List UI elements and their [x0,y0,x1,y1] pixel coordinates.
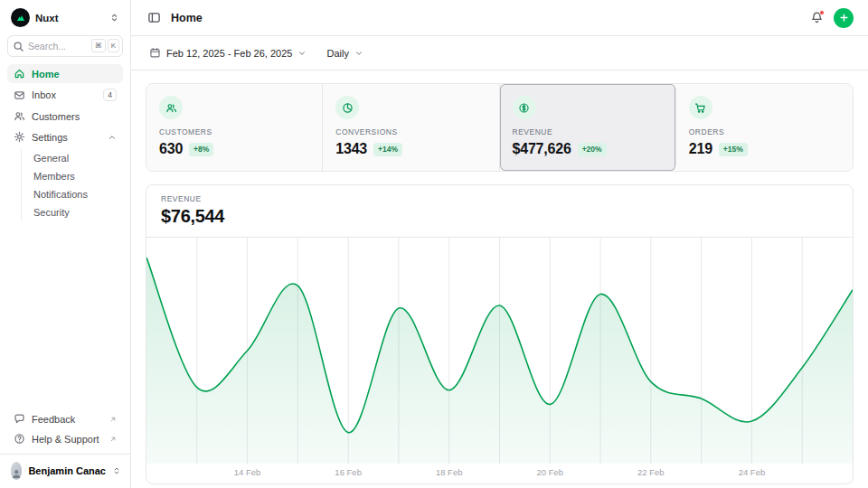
stat-delta-badge: +14% [373,143,402,156]
stat-label: REVENUE [513,127,663,136]
sidebar: Nuxt ⌘ K Home [0,0,131,488]
x-axis-label: 14 Feb [234,467,261,477]
external-link-icon [109,436,117,443]
sidebar-item-members[interactable]: Members [26,167,123,184]
stat-label: ORDERS [689,127,840,136]
sidebar-item-general[interactable]: General [26,149,123,166]
stats-row: CUSTOMERS 630 +8% CONVERSIONS 1343 +14% [146,83,854,172]
sidebar-item-notifications[interactable]: Notifications [26,185,123,202]
stat-value: $477,626 [513,141,571,157]
filter-toolbar: Feb 12, 2025 - Feb 26, 2025 Daily [131,36,868,70]
stat-value: 219 [689,141,712,157]
chart-header: REVENUE $76,544 [146,185,853,238]
gear-icon [14,131,25,143]
x-axis-labels: 14 Feb16 Feb18 Feb20 Feb22 Feb24 Feb [146,464,853,482]
stat-label: CUSTOMERS [159,127,309,136]
sidebar-item-label: Home [32,69,117,80]
chevron-select-icon[interactable] [108,11,121,24]
kbd-cmd: ⌘ [91,39,106,52]
home-icon [14,68,25,80]
stat-delta-badge: +8% [189,143,213,156]
chevron-down-icon [354,49,363,58]
date-range-label: Feb 12, 2025 - Feb 26, 2025 [166,48,292,59]
sidebar-item-label: Inbox [32,89,97,100]
avatar [11,462,22,480]
stat-card-customers[interactable]: CUSTOMERS 630 +8% [146,84,323,171]
nuxt-logo-icon [11,8,30,27]
footer-link-label: Help & Support [32,434,102,445]
date-range-picker[interactable]: Feb 12, 2025 - Feb 26, 2025 [146,43,310,62]
chart-area[interactable]: 14 Feb16 Feb18 Feb20 Feb22 Feb24 Feb [146,238,853,483]
chevron-down-icon [297,49,307,58]
calendar-icon [149,47,161,59]
page-header: Home [131,0,868,36]
stat-label: CONVERSIONS [335,127,486,136]
chevron-select-icon [112,466,121,475]
x-axis-label: 18 Feb [436,467,463,477]
search: ⌘ K [7,35,123,57]
sidebar-item-settings[interactable]: Settings [7,127,123,146]
cart-icon [689,96,712,119]
dollar-circle-icon [513,96,536,119]
x-axis-label: 16 Feb [335,467,362,477]
sidebar-item-security[interactable]: Security [26,203,123,221]
revenue-chart-svg[interactable] [146,238,853,464]
stat-card-conversions[interactable]: CONVERSIONS 1343 +14% [323,84,499,171]
chart-title: REVENUE [161,194,838,203]
kbd-k: K [108,39,119,52]
content: CUSTOMERS 630 +8% CONVERSIONS 1343 +14% [131,70,868,488]
granularity-label: Daily [326,48,348,59]
workspace-switcher[interactable]: Nuxt [0,0,130,33]
footer-link-label: Feedback [32,414,102,425]
sidebar-nav: Home Inbox 4 Customers Settings [0,64,130,221]
message-icon [14,413,25,425]
x-axis-label: 24 Feb [739,467,766,477]
app-root: Nuxt ⌘ K Home [0,0,868,488]
help-support-link[interactable]: Help & Support [7,429,123,448]
sidebar-item-label: Settings [32,132,101,143]
sidebar-item-label: Notifications [33,189,116,200]
settings-submenu: General Members Notifications Security [21,149,123,221]
page-title: Home [171,12,800,24]
granularity-select[interactable]: Daily [323,44,366,62]
chart-total-value: $76,544 [161,206,838,227]
sidebar-item-label: Security [33,207,116,218]
stat-card-orders[interactable]: ORDERS 219 +15% [676,84,853,171]
sidebar-item-inbox[interactable]: Inbox 4 [7,85,123,105]
notification-dot [819,10,825,15]
user-name: Benjamin Canac [28,465,106,476]
x-axis-label: 20 Feb [536,467,563,477]
feedback-link[interactable]: Feedback [7,409,123,428]
sidebar-item-customers[interactable]: Customers [7,107,123,126]
search-kbd: ⌘ K [91,39,119,52]
sidebar-spacer [0,221,130,409]
stat-delta-badge: +15% [719,143,748,156]
external-link-icon [109,416,117,423]
chart-pie-icon [335,96,359,119]
users-icon [14,110,25,122]
chevron-up-icon [108,133,117,142]
workspace-name: Nuxt [35,13,102,23]
sidebar-item-label: Members [33,171,116,182]
main: Home Feb 12, 2025 - Feb 26, 2025 [131,0,868,488]
add-button[interactable] [834,8,854,28]
question-circle-icon [14,433,25,445]
revenue-chart-card: REVENUE $76,544 14 Feb16 Feb18 Feb20 Feb… [146,184,854,484]
stat-delta-badge: +20% [578,143,607,156]
x-axis-label: 22 Feb [637,467,665,477]
sidebar-item-home[interactable]: Home [7,64,123,83]
sidebar-footer: Feedback Help & Support [0,409,130,454]
sidebar-item-label: General [33,153,116,164]
sidebar-item-label: Customers [32,111,117,122]
stat-value: 1343 [335,141,367,157]
stat-card-revenue[interactable]: REVENUE $477,626 +20% [500,84,676,171]
stat-value: 630 [159,141,183,157]
users-icon [159,96,183,119]
inbox-icon [14,89,25,101]
inbox-count-badge: 4 [103,89,117,101]
search-icon [13,40,24,56]
user-menu[interactable]: Benjamin Canac [0,454,130,488]
sidebar-toggle-button[interactable] [146,9,163,26]
